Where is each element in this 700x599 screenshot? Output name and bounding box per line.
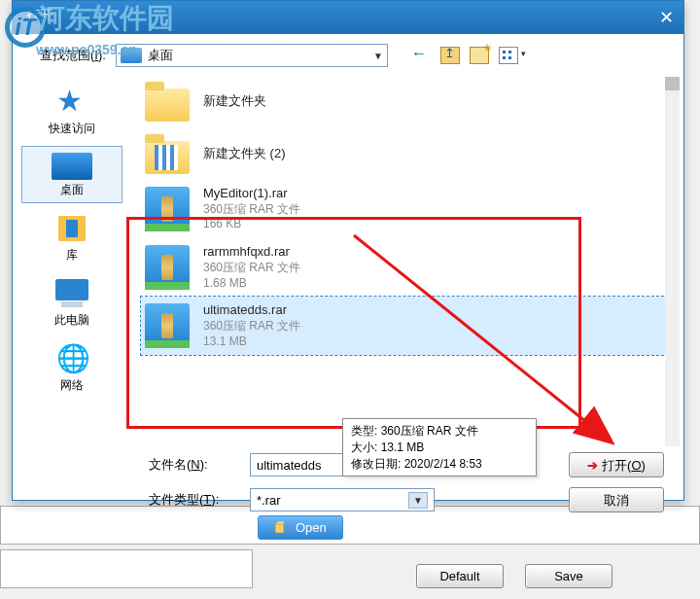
rar-icon — [145, 187, 190, 231]
file-row[interactable]: ultimatedds.rar360压缩 RAR 文件13.1 MB — [141, 297, 668, 355]
default-button[interactable]: Default — [416, 564, 504, 588]
lookin-value: 桌面 — [148, 47, 368, 64]
file-type: 360压缩 RAR 文件 — [203, 261, 300, 276]
places-label: 此电脑 — [22, 312, 122, 329]
net-icon — [52, 344, 91, 375]
places-item-net[interactable]: 网络 — [21, 337, 122, 399]
file-row[interactable]: 新建文件夹 (2) — [141, 127, 668, 180]
places-item-star[interactable]: 快速访问 — [21, 81, 122, 142]
places-item-desktop[interactable]: 桌面 — [21, 146, 122, 203]
places-item-pc[interactable]: 此电脑 — [21, 272, 122, 334]
rar-icon — [145, 245, 190, 290]
file-row[interactable]: rarmmhfqxd.rar360压缩 RAR 文件1.68 MB — [141, 238, 668, 297]
file-row[interactable]: 新建文件夹 — [141, 75, 668, 127]
watermark: iT河东软件园 www.pc0359.cn — [5, 0, 174, 57]
file-size: 166 KB — [203, 217, 300, 232]
places-label: 网络 — [22, 377, 122, 394]
places-bar: 快速访问桌面库此电脑网络 — [13, 73, 131, 442]
view-menu-icon[interactable] — [499, 47, 518, 64]
background-field-2 — [0, 549, 253, 588]
file-name: 新建文件夹 — [203, 93, 266, 110]
filetype-select[interactable]: *.rar ▼ — [250, 488, 435, 511]
file-info: 新建文件夹 — [203, 93, 266, 110]
places-label: 快速访问 — [22, 121, 122, 137]
places-label: 桌面 — [22, 182, 122, 198]
file-info: rarmmhfqxd.rar360压缩 RAR 文件1.68 MB — [203, 244, 300, 291]
filename-label: 文件名(N): — [149, 456, 236, 474]
close-icon[interactable]: ✕ — [659, 7, 674, 28]
toolbar-icons — [411, 47, 518, 64]
filetype-value: *.rar — [257, 493, 281, 508]
file-list[interactable]: 新建文件夹新建文件夹 (2)MyEditor(1).rar360压缩 RAR 文… — [131, 73, 683, 442]
file-type: 360压缩 RAR 文件 — [203, 202, 300, 218]
file-row[interactable]: MyEditor(1).rar360压缩 RAR 文件166 KB — [141, 180, 668, 238]
tooltip: 类型: 360压缩 RAR 文件 大小: 13.1 MB 修改日期: 2020/… — [342, 418, 537, 476]
desktop-icon — [52, 153, 92, 180]
file-name: ultimatedds.rar — [203, 302, 300, 319]
file-size: 1.68 MB — [203, 276, 300, 292]
file-info: ultimatedds.rar360压缩 RAR 文件13.1 MB — [203, 302, 300, 349]
star-icon — [52, 88, 91, 119]
places-label: 库 — [22, 247, 122, 264]
chevron-down-icon[interactable]: ▼ — [408, 492, 428, 509]
up-one-level-icon[interactable] — [440, 47, 460, 64]
places-item-lib[interactable]: 库 — [21, 207, 122, 268]
open-button[interactable]: ➔打开(O) — [569, 452, 664, 477]
file-size: 13.1 MB — [203, 335, 300, 350]
file-name: rarmmhfqxd.rar — [203, 244, 300, 261]
file-name: MyEditor(1).rar — [203, 186, 300, 202]
lib-icon — [52, 214, 91, 245]
new-folder-icon[interactable] — [470, 47, 489, 64]
file-info: MyEditor(1).rar360压缩 RAR 文件166 KB — [203, 186, 300, 232]
save-button[interactable]: Save — [525, 564, 612, 588]
chevron-down-icon: ▼ — [373, 51, 383, 61]
back-icon[interactable] — [411, 47, 431, 64]
scrollbar-thumb[interactable] — [665, 77, 680, 90]
open-button-bg[interactable]: Open — [258, 515, 343, 540]
folder-icon — [145, 88, 190, 122]
file-info: 新建文件夹 (2) — [203, 146, 286, 162]
rar-icon — [145, 303, 190, 348]
file-type: 360压缩 RAR 文件 — [203, 319, 300, 335]
file-name: 新建文件夹 (2) — [203, 146, 286, 162]
folder-icon — [145, 141, 190, 174]
filename-value: ultimatedds — [257, 458, 321, 473]
cancel-button[interactable]: 取消 — [569, 487, 664, 512]
filetype-label: 文件类型(T): — [149, 491, 236, 509]
scrollbar[interactable] — [665, 77, 680, 446]
pc-icon — [52, 279, 92, 310]
